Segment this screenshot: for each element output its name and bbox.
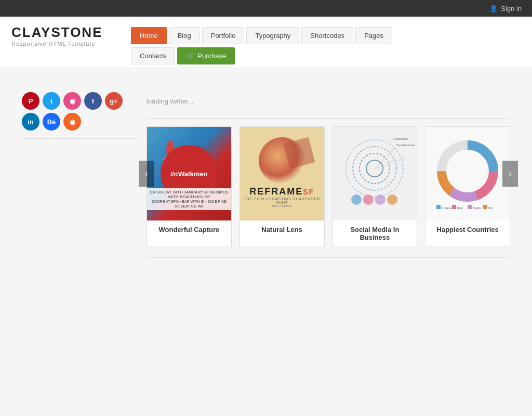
social-icons: P t ◉ f g+ in Bé ◉ xyxy=(22,92,136,131)
portfolio-item-social[interactable]: Social Networks Collaboration Social Med… xyxy=(332,126,418,247)
svg-point-12 xyxy=(387,194,397,205)
nav-portfolio[interactable]: Portfolio xyxy=(202,27,245,44)
nav-contacts[interactable]: Contacts xyxy=(131,47,175,64)
svg-text:Social Networks: Social Networks xyxy=(396,144,415,147)
content-area: loading twitter... ‹ xyxy=(147,76,510,258)
portfolio-item-walkmen[interactable]: the Walkmen SATURDAY 24TH JANUARY AT NEU… xyxy=(147,126,232,247)
nav-purchase[interactable]: 🛒 Purchase xyxy=(177,47,235,64)
thumb-walkmen-bg: the Walkmen SATURDAY 24TH JANUARY AT NEU… xyxy=(147,127,231,220)
nav-home[interactable]: Home xyxy=(131,27,167,44)
carousel-prev[interactable]: ‹ xyxy=(139,161,154,187)
nav-row-2: Contacts 🛒 Purchase xyxy=(131,47,521,64)
logo-text[interactable]: CLAYSTONE xyxy=(11,24,115,41)
sidebar-divider-top xyxy=(22,84,136,84)
happiest-chart: France Italy Spain US xyxy=(426,132,509,215)
purchase-label: Purchase xyxy=(197,52,226,60)
social-google[interactable]: g+ xyxy=(105,92,123,110)
svg-point-9 xyxy=(351,194,362,205)
sidebar-divider-bottom xyxy=(22,138,136,139)
svg-rect-24 xyxy=(468,205,472,209)
svg-line-13 xyxy=(375,148,395,168)
portfolio-caption-reframe: Natural Lens xyxy=(240,220,324,239)
svg-rect-22 xyxy=(436,205,441,209)
twitter-loading: loading twitter... xyxy=(147,92,510,110)
portfolio-thumb-happiest: France Italy Spain US xyxy=(425,127,510,220)
thumb-happiest-bg: France Italy Spain US xyxy=(425,127,510,220)
portfolio-item-happiest[interactable]: France Italy Spain US Happiest Countries xyxy=(425,126,510,247)
portfolio-carousel: ‹ xyxy=(147,126,510,247)
sidebar: P t ◉ f g+ in Bé ◉ xyxy=(22,76,136,258)
svg-point-11 xyxy=(375,194,385,205)
portfolio-thumb-social: Social Networks Collaboration xyxy=(333,127,417,220)
social-dribbble[interactable]: ◉ xyxy=(63,92,81,110)
portfolio-caption-happiest: Happiest Countries xyxy=(425,220,510,239)
social-pinterest[interactable]: P xyxy=(22,92,39,110)
svg-text:Spain: Spain xyxy=(473,206,481,210)
carousel-next[interactable]: › xyxy=(502,161,518,187)
header: CLAYSTONE Responsive HTML Template Home … xyxy=(0,17,532,68)
logo-subtext: Responsive HTML Template xyxy=(11,41,115,47)
svg-text:US: US xyxy=(488,206,493,210)
signin-label: Sign in xyxy=(501,5,522,12)
svg-line-14 xyxy=(375,158,406,168)
portfolio-thumb-reframe: REFRAMESF The Film Locations Scavenger H… xyxy=(240,127,324,220)
nav-blog[interactable]: Blog xyxy=(169,27,200,44)
portfolio-caption-walkmen: Wonderful Capture xyxy=(147,220,231,239)
user-icon: 👤 xyxy=(489,5,498,12)
nav-shortcodes[interactable]: Shortcodes xyxy=(301,27,353,44)
bottom-divider xyxy=(147,257,510,258)
portfolio-grid: the Walkmen SATURDAY 24TH JANUARY AT NEU… xyxy=(147,126,510,247)
cart-icon: 🛒 xyxy=(186,52,194,60)
svg-point-10 xyxy=(363,194,374,205)
social-twitter[interactable]: t xyxy=(43,92,60,110)
svg-rect-23 xyxy=(452,205,456,209)
svg-rect-25 xyxy=(483,205,487,209)
social-rss[interactable]: ◉ xyxy=(63,113,81,131)
svg-text:Italy: Italy xyxy=(457,206,463,210)
svg-text:Collaboration: Collaboration xyxy=(393,137,408,140)
portfolio-thumb-walkmen: the Walkmen SATURDAY 24TH JANUARY AT NEU… xyxy=(147,127,231,220)
logo-area: CLAYSTONE Responsive HTML Template xyxy=(11,24,115,55)
nav-area: Home Blog Portfolio Typography Shortcode… xyxy=(131,24,521,68)
walkmen-text: SATURDAY 24TH JANUARY AT NEUMOS WITH BEA… xyxy=(147,188,231,210)
social-linkedin[interactable]: in xyxy=(22,113,39,131)
svg-text:France: France xyxy=(442,206,451,210)
social-facebook[interactable]: f xyxy=(84,92,102,110)
social-behance[interactable]: Bé xyxy=(43,113,60,131)
content-divider-middle xyxy=(147,118,510,119)
nav-typography[interactable]: Typography xyxy=(246,27,299,44)
thumb-reframe-bg: REFRAMESF The Film Locations Scavenger H… xyxy=(240,127,324,220)
top-bar: 👤 Sign in xyxy=(0,0,532,17)
nav-pages[interactable]: Pages xyxy=(355,27,392,44)
nav-row-1: Home Blog Portfolio Typography Shortcode… xyxy=(131,27,521,44)
portfolio-item-reframe[interactable]: REFRAMESF The Film Locations Scavenger H… xyxy=(240,126,325,247)
thumb-social-bg: Social Networks Collaboration xyxy=(333,127,417,220)
main-wrapper: P t ◉ f g+ in Bé ◉ loading twitter... ‹ xyxy=(11,68,521,266)
content-divider-top xyxy=(147,84,510,84)
portfolio-caption-social: Social Media in Business xyxy=(333,220,417,246)
social-infographic: Social Networks Collaboration xyxy=(333,132,416,215)
signin-button[interactable]: 👤 Sign in xyxy=(489,5,522,12)
